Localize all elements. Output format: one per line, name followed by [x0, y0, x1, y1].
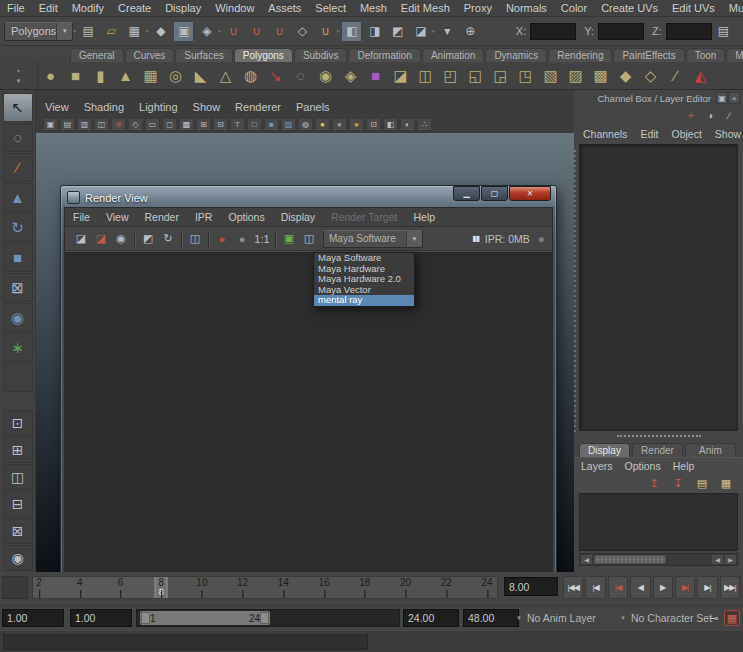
- renderer-option[interactable]: Maya Software: [314, 253, 414, 264]
- render-view-menu-item[interactable]: Render: [137, 211, 187, 223]
- rotate-tool[interactable]: ↻: [3, 213, 33, 242]
- textured-icon[interactable]: ▨: [281, 118, 296, 131]
- paint-selection-tool[interactable]: ∕: [3, 153, 33, 182]
- poly-sphere-smooth-icon[interactable]: ◉: [313, 63, 338, 89]
- render-view-menu-item[interactable]: Help: [405, 211, 443, 223]
- new-empty-layer-icon[interactable]: ▤: [692, 475, 712, 491]
- auto-keyframe-icon[interactable]: ⊸: [706, 610, 722, 626]
- snap-to-curve-icon[interactable]: ∪: [246, 21, 267, 42]
- menu-set-selector[interactable]: Polygons ▼: [4, 22, 73, 41]
- close-button[interactable]: ×: [509, 186, 551, 201]
- menu-item[interactable]: Display: [158, 1, 208, 15]
- renderer-option[interactable]: mental ray: [314, 295, 414, 306]
- maximize-button[interactable]: ▢: [481, 186, 508, 201]
- panel-menu-item[interactable]: Shading: [84, 101, 124, 113]
- layer-editor-menu-item[interactable]: Help: [673, 460, 695, 472]
- select-object-icon[interactable]: ▣: [173, 21, 194, 42]
- poly-pyramid-icon[interactable]: △: [213, 63, 238, 89]
- poly-torus-icon[interactable]: ◎: [163, 63, 188, 89]
- layout-persp-outliner[interactable]: ◫: [3, 464, 33, 490]
- layout-paint-effects[interactable]: ◉: [3, 545, 33, 571]
- z-input[interactable]: [666, 23, 712, 40]
- shelf-tab[interactable]: Surfaces: [175, 48, 232, 62]
- snap-to-grid-icon[interactable]: ∪: [223, 21, 244, 42]
- chevron-down-icon[interactable]: ▼: [56, 23, 72, 40]
- wireframe-icon[interactable]: □: [247, 118, 262, 131]
- minimize-button[interactable]: ▁: [453, 186, 480, 201]
- bookmarks-icon[interactable]: ▥: [77, 118, 92, 131]
- poly-prism-icon[interactable]: ◣: [188, 63, 213, 89]
- exposure-icon[interactable]: ◐: [400, 118, 415, 131]
- slider-mode-icon[interactable]: ∕: [721, 108, 737, 122]
- snap-to-projected-center-icon[interactable]: ◇: [292, 21, 313, 42]
- light-all-icon[interactable]: ●: [315, 118, 330, 131]
- manipulator-icon[interactable]: +: [683, 108, 699, 122]
- safe-title-icon[interactable]: T: [230, 118, 245, 131]
- shelf-tab[interactable]: Subdivs: [294, 48, 348, 62]
- color-management-icon[interactable]: ▣: [279, 230, 299, 248]
- render-region-icon[interactable]: ◪: [91, 230, 111, 248]
- layout-single-pane[interactable]: ⊡: [3, 410, 33, 436]
- animation-preferences-icon[interactable]: ▦: [724, 610, 740, 626]
- panel-menu-item[interactable]: Panels: [296, 101, 330, 113]
- reduce-icon[interactable]: ◳: [513, 63, 538, 89]
- shelf-tab[interactable]: Muscle: [726, 48, 743, 62]
- poly-cube-icon[interactable]: ■: [63, 63, 88, 89]
- new-scene-icon[interactable]: ▤: [78, 21, 99, 42]
- select-hierarchy-icon[interactable]: ◆: [150, 21, 171, 42]
- render-view-menu-item[interactable]: IPR: [187, 211, 221, 223]
- make-live-icon[interactable]: ∪: [315, 21, 336, 42]
- split-polygon-icon[interactable]: ∕: [663, 63, 688, 89]
- animation-end-field[interactable]: 48.00: [463, 609, 519, 627]
- ipr-render-icon[interactable]: ◩: [138, 230, 158, 248]
- one-to-one-icon[interactable]: 1:1: [252, 230, 272, 248]
- step-forward-frame-button[interactable]: ▶|: [697, 576, 717, 599]
- render-view-window[interactable]: Render View ▁▢× FileViewRenderIPROptions…: [60, 185, 557, 572]
- current-time-field[interactable]: 8.00: [504, 577, 558, 596]
- panel-menu-item[interactable]: View: [45, 101, 69, 113]
- move-to-layer-up-icon[interactable]: ↥: [644, 475, 664, 491]
- playback-end-field[interactable]: 24.00: [403, 609, 459, 627]
- select-component-icon[interactable]: ◈: [196, 21, 217, 42]
- snapshot-icon[interactable]: ◉: [111, 230, 131, 248]
- poly-plane-icon[interactable]: ▦: [138, 63, 163, 89]
- move-to-layer-down-icon[interactable]: ↧: [668, 475, 688, 491]
- open-scene-icon[interactable]: ▱: [101, 21, 122, 42]
- play-backwards-button[interactable]: ◀: [630, 576, 650, 599]
- renderer-option[interactable]: Maya Hardware 2.0: [314, 274, 414, 285]
- interactive-creation-icon[interactable]: ↘: [263, 63, 288, 89]
- last-tool-slot[interactable]: [3, 363, 33, 392]
- field-chart-icon[interactable]: ⊞: [196, 118, 211, 131]
- shelf-tab[interactable]: General: [70, 48, 124, 62]
- step-back-frame-button[interactable]: |◀: [585, 576, 605, 599]
- shelf-tab[interactable]: PaintEffects: [613, 48, 684, 62]
- extrude-icon[interactable]: ▧: [538, 63, 563, 89]
- merge-vertices-icon[interactable]: ▩: [588, 63, 613, 89]
- chevron-down-icon[interactable]: ▼: [406, 231, 422, 247]
- shelf-tab[interactable]: Deformation: [348, 48, 420, 62]
- channel-box-list[interactable]: [579, 144, 738, 431]
- soft-modification-tool[interactable]: ◉: [3, 303, 33, 332]
- renderer-selector[interactable]: Maya Software ▼: [323, 230, 423, 248]
- layer-editor-menu-item[interactable]: Layers: [581, 460, 613, 472]
- image-plane-icon[interactable]: ◫: [94, 118, 109, 131]
- shelf-tab[interactable]: Polygons: [234, 48, 293, 62]
- attribute-editor-icon[interactable]: ▤: [713, 21, 734, 42]
- menu-item[interactable]: Edit Mesh: [394, 1, 457, 15]
- boolean-union-icon[interactable]: ◱: [463, 63, 488, 89]
- light-none-icon[interactable]: ●: [332, 118, 347, 131]
- render-view-icon[interactable]: ◧: [341, 21, 362, 42]
- layer-editor-tab[interactable]: Anim: [685, 443, 736, 457]
- shelf-tab[interactable]: Animation: [422, 48, 484, 62]
- use-default-material-icon[interactable]: ◍: [298, 118, 313, 131]
- move-tool[interactable]: ▲: [3, 183, 33, 212]
- menu-item[interactable]: Edit: [32, 1, 65, 15]
- frame-ruler[interactable]: 8 24681012141618202224: [32, 576, 498, 599]
- dock-panel-icon[interactable]: ▣: [716, 92, 728, 104]
- channel-box-menu-item[interactable]: Object: [671, 128, 701, 140]
- menu-item[interactable]: Normals: [499, 1, 554, 15]
- smooth-icon[interactable]: ◲: [488, 63, 513, 89]
- light-default-icon[interactable]: ●: [349, 118, 364, 131]
- separate-icon[interactable]: ◫: [413, 63, 438, 89]
- mirror-icon[interactable]: ◇: [638, 63, 663, 89]
